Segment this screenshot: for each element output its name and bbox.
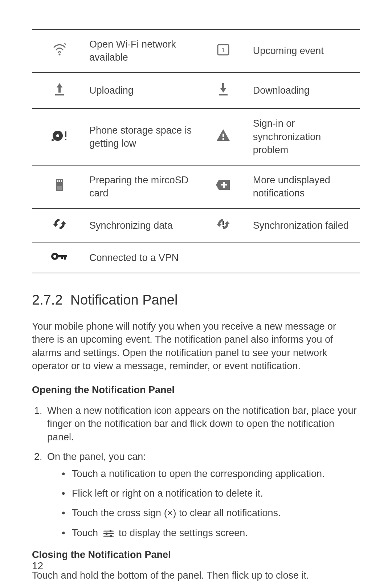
icon-desc: Uploading bbox=[87, 73, 196, 109]
closing-heading: Closing the Notification Panel bbox=[32, 548, 360, 561]
table-row: Connected to a VPN bbox=[32, 243, 360, 273]
icon-desc: Downloading bbox=[251, 73, 360, 109]
icon-desc: Preparing the mircoSD card bbox=[87, 165, 196, 208]
opening-steps: When a new notification icon appears on … bbox=[32, 404, 360, 540]
step-item: On the panel, you can: Touch a notificat… bbox=[45, 450, 360, 539]
svg-rect-9 bbox=[65, 131, 66, 137]
svg-rect-10 bbox=[65, 139, 66, 140]
section-intro: Your mobile phone will notify you when y… bbox=[32, 320, 360, 373]
icon-desc: Phone storage space is getting low bbox=[87, 109, 196, 165]
section-heading: 2.7.2 Notification Panel bbox=[32, 291, 360, 309]
svg-rect-25 bbox=[61, 255, 63, 259]
svg-rect-4 bbox=[55, 94, 64, 95]
upload-icon bbox=[53, 81, 66, 97]
icon-desc: Synchronization failed bbox=[251, 208, 360, 243]
bullet-item: Touch the cross sign (×) to clear all no… bbox=[62, 506, 360, 519]
svg-rect-19 bbox=[222, 221, 224, 225]
warning-icon bbox=[215, 128, 231, 142]
section-number: 2.7.2 bbox=[32, 292, 63, 307]
bullet-item: Touch to display the settings screen. bbox=[62, 526, 360, 539]
svg-point-0 bbox=[59, 53, 61, 55]
settings-sliders-icon bbox=[103, 529, 114, 538]
table-row: Phone storage space is getting low Sign-… bbox=[32, 109, 360, 165]
bullet-item: Flick left or right on a notification to… bbox=[62, 487, 360, 500]
step-item: When a new notification icon appears on … bbox=[45, 404, 360, 444]
icon-desc: Open Wi-Fi network available bbox=[87, 29, 196, 73]
svg-rect-16 bbox=[57, 186, 62, 190]
svg-rect-29 bbox=[110, 530, 111, 532]
svg-rect-18 bbox=[221, 184, 227, 186]
opening-heading: Opening the Notification Panel bbox=[32, 383, 360, 396]
notification-icons-table: ? Open Wi-Fi network available 1 Upcomin… bbox=[32, 29, 360, 273]
sub-bullets: Touch a notification to open the corresp… bbox=[47, 467, 360, 540]
svg-text:1: 1 bbox=[221, 47, 225, 53]
svg-rect-5 bbox=[219, 94, 228, 95]
more-notif-icon bbox=[215, 178, 231, 191]
sync-icon bbox=[52, 217, 67, 231]
storage-low-icon bbox=[50, 128, 69, 142]
svg-point-22 bbox=[53, 255, 56, 258]
table-row: Uploading Downloading bbox=[32, 73, 360, 109]
closing-text: Touch and hold the bottom of the panel. … bbox=[32, 569, 360, 582]
svg-rect-13 bbox=[57, 180, 58, 182]
table-row: Synchronizing data Synchronization faile… bbox=[32, 208, 360, 243]
svg-rect-11 bbox=[222, 134, 224, 137]
svg-rect-12 bbox=[222, 138, 224, 140]
svg-rect-30 bbox=[106, 533, 107, 535]
wifi-open-icon: ? bbox=[52, 42, 67, 57]
icon-desc: Synchronizing data bbox=[87, 208, 196, 243]
icon-desc: Sign-in or synchronization problem bbox=[251, 109, 360, 165]
svg-text:?: ? bbox=[64, 42, 66, 47]
table-row: Preparing the mircoSD card More undispla… bbox=[32, 165, 360, 208]
icon-desc: More undisplayed notifications bbox=[251, 165, 360, 208]
sd-prepare-icon bbox=[53, 177, 66, 193]
icon-desc: Connected to a VPN bbox=[87, 243, 196, 273]
vpn-key-icon bbox=[50, 251, 69, 261]
svg-point-8 bbox=[52, 139, 54, 141]
page-number: 12 bbox=[32, 559, 43, 573]
download-icon bbox=[217, 81, 230, 97]
svg-point-7 bbox=[56, 134, 59, 137]
svg-rect-14 bbox=[59, 180, 60, 182]
bullet-item: Touch a notification to open the corresp… bbox=[62, 467, 360, 480]
icon-desc: Upcoming event bbox=[251, 29, 360, 73]
svg-rect-15 bbox=[61, 180, 62, 182]
section-title: Notification Panel bbox=[70, 292, 178, 307]
calendar-icon: 1 bbox=[216, 42, 230, 57]
svg-rect-31 bbox=[110, 535, 112, 537]
table-row: ? Open Wi-Fi network available 1 Upcomin… bbox=[32, 29, 360, 73]
svg-rect-20 bbox=[222, 226, 224, 227]
sync-fail-icon bbox=[216, 217, 230, 231]
svg-rect-24 bbox=[64, 255, 66, 260]
